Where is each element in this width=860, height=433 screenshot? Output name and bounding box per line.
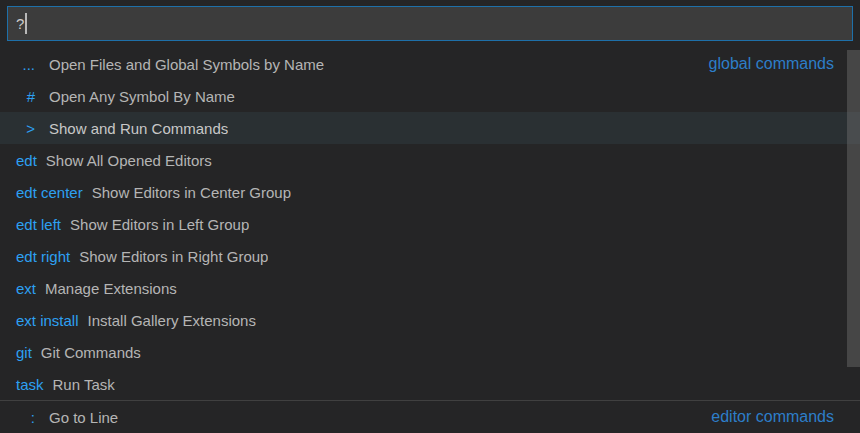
command-prefix: ... [16, 56, 35, 73]
scrollbar-thumb[interactable] [847, 50, 860, 367]
command-description: Show Editors in Center Group [92, 184, 291, 201]
command-description: Open Any Symbol By Name [49, 88, 235, 105]
command-description: Show Editors in Right Group [79, 248, 268, 265]
command-prefix: edt right [16, 248, 70, 265]
command-description: Open Files and Global Symbols by Name [49, 56, 324, 73]
quick-open-list: ... Open Files and Global Symbols by Nam… [0, 48, 860, 433]
quick-open-widget: ? ... Open Files and Global Symbols by N… [0, 0, 860, 433]
command-prefix: task [16, 376, 44, 393]
item-ext[interactable]: ext Manage Extensions [0, 272, 860, 304]
command-prefix: edt left [16, 216, 61, 233]
command-prefix: edt center [16, 184, 83, 201]
item-run-commands[interactable]: > Show and Run Commands [0, 112, 860, 144]
command-prefix: ext install [16, 312, 79, 329]
text-caret [25, 13, 27, 34]
group-label-editor-commands: editor commands [699, 408, 834, 426]
item-git[interactable]: git Git Commands [0, 336, 860, 368]
command-prefix: edt [16, 152, 37, 169]
command-description: Manage Extensions [45, 280, 177, 297]
item-edt[interactable]: edt Show All Opened Editors [0, 144, 860, 176]
item-go-to-line[interactable]: : Go to Line editor commands [0, 401, 860, 433]
command-prefix: git [16, 344, 32, 361]
quick-open-input-row: ? [0, 0, 860, 41]
command-description: Install Gallery Extensions [88, 312, 256, 329]
group-label-global-commands: global commands [697, 55, 834, 73]
command-description: Show All Opened Editors [46, 152, 212, 169]
command-prefix: # [16, 88, 35, 105]
command-description: Show Editors in Left Group [70, 216, 249, 233]
quick-open-input-value: ? [16, 15, 24, 32]
command-description: Run Task [53, 376, 115, 393]
command-prefix: ext [16, 280, 36, 297]
item-open-files[interactable]: ... Open Files and Global Symbols by Nam… [0, 48, 860, 80]
item-ext-install[interactable]: ext install Install Gallery Extensions [0, 304, 860, 336]
quick-open-input[interactable]: ? [7, 6, 853, 41]
item-edt-center[interactable]: edt center Show Editors in Center Group [0, 176, 860, 208]
command-description: Show and Run Commands [49, 120, 228, 137]
item-edt-left[interactable]: edt left Show Editors in Left Group [0, 208, 860, 240]
command-prefix: : [16, 409, 35, 426]
item-open-symbol[interactable]: # Open Any Symbol By Name [0, 80, 860, 112]
item-edt-right[interactable]: edt right Show Editors in Right Group [0, 240, 860, 272]
command-description: Git Commands [41, 344, 141, 361]
command-prefix: > [16, 120, 35, 137]
command-description: Go to Line [49, 409, 118, 426]
item-task[interactable]: task Run Task [0, 368, 860, 400]
